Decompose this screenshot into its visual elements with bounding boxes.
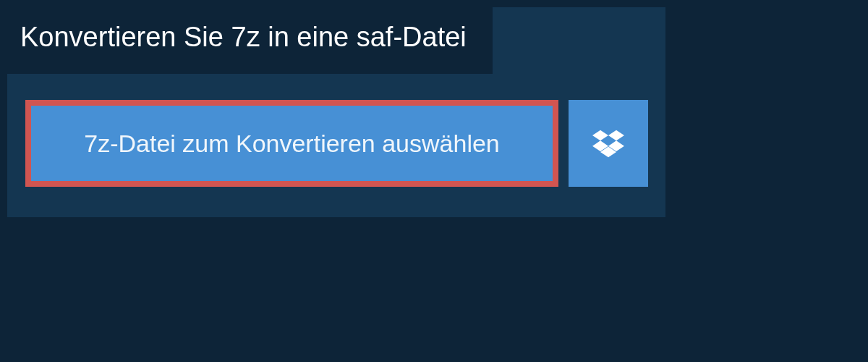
select-file-button[interactable]: 7z-Datei zum Konvertieren auswählen <box>25 100 558 187</box>
dropbox-button[interactable] <box>569 100 648 187</box>
dropbox-icon <box>592 127 624 159</box>
select-file-button-label: 7z-Datei zum Konvertieren auswählen <box>84 130 500 158</box>
upload-controls: 7z-Datei zum Konvertieren auswählen <box>25 100 648 187</box>
converter-panel: Konvertieren Sie 7z in eine saf-Datei 7z… <box>7 7 665 217</box>
page-title: Konvertieren Sie 7z in eine saf-Datei <box>0 0 493 74</box>
